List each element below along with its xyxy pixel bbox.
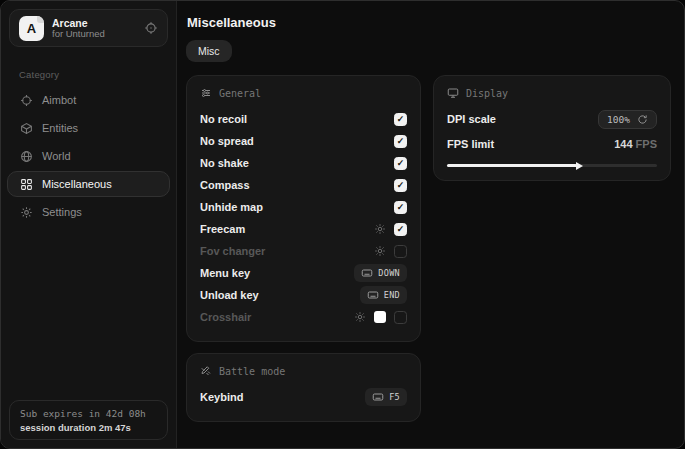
compass-checkbox[interactable]: ✓ xyxy=(394,179,407,192)
no-shake-checkbox[interactable]: ✓ xyxy=(394,157,407,170)
setting-row-compass: Compass ✓ xyxy=(200,174,407,196)
fps-limit-value: 144 FPS xyxy=(614,138,657,150)
battle-mode-panel: Battle mode Keybind F5 xyxy=(186,353,421,422)
display-panel-header: Display xyxy=(447,87,657,99)
keyboard-icon xyxy=(361,267,373,279)
dpi-scale-control[interactable]: 100% xyxy=(598,110,657,129)
sub-expiry-text: Sub expires in 42d 08h xyxy=(20,408,157,419)
fps-slider-thumb[interactable] xyxy=(576,162,583,170)
fov-changer-checkbox[interactable]: ✓ xyxy=(394,245,407,258)
sidebar-item-aimbot[interactable]: Aimbot xyxy=(7,87,170,113)
main-content: Miscellaneous Misc General No recoil xyxy=(177,1,685,448)
dpi-scale-value: 100% xyxy=(607,114,630,125)
sliders-icon xyxy=(200,87,212,99)
sidebar-item-label: Miscellaneous xyxy=(42,178,112,190)
setting-row-unhide-map: Unhide map ✓ xyxy=(200,196,407,218)
swords-icon xyxy=(200,365,212,377)
brand-subtitle: for Unturned xyxy=(52,29,136,40)
tab-misc[interactable]: Misc xyxy=(186,40,232,62)
tab-row: Misc xyxy=(186,40,671,62)
battle-mode-panel-title: Battle mode xyxy=(219,366,285,377)
sidebar-item-world[interactable]: World xyxy=(7,143,170,169)
setting-row-menu-key: Menu key DOWN xyxy=(200,262,407,284)
crosshair-icon xyxy=(20,94,33,107)
keyboard-icon xyxy=(367,289,379,301)
no-spread-checkbox[interactable]: ✓ xyxy=(394,135,407,148)
subscription-info-card: Sub expires in 42d 08h session duration … xyxy=(9,400,168,440)
display-panel-title: Display xyxy=(466,88,508,99)
sidebar: A Arcane for Unturned Category Aimbot xyxy=(1,1,177,448)
grid-icon xyxy=(20,178,33,191)
sidebar-item-label: Settings xyxy=(42,206,82,218)
session-duration-text: session duration 2m 47s xyxy=(20,422,157,433)
display-panel: Display DPI scale 100% xyxy=(433,75,671,181)
sidebar-item-label: Entities xyxy=(42,122,78,134)
fps-limit-slider[interactable] xyxy=(447,164,657,167)
general-panel-title: General xyxy=(219,88,261,99)
menu-key-keybind-button[interactable]: DOWN xyxy=(354,264,407,282)
sidebar-item-miscellaneous[interactable]: Miscellaneous xyxy=(7,171,170,197)
page-title: Miscellaneous xyxy=(187,15,671,30)
freecam-checkbox[interactable]: ✓ xyxy=(394,223,407,236)
cube-icon xyxy=(20,122,33,135)
setting-row-no-recoil: No recoil ✓ xyxy=(200,108,407,130)
crosshair-color-swatch[interactable] xyxy=(374,311,386,323)
setting-row-no-spread: No spread ✓ xyxy=(200,130,407,152)
fps-slider-fill xyxy=(447,164,577,167)
globe-icon xyxy=(20,150,33,163)
setting-row-freecam: Freecam ✓ xyxy=(200,218,407,240)
brand-text: Arcane for Unturned xyxy=(52,17,136,40)
no-recoil-checkbox[interactable]: ✓ xyxy=(394,113,407,126)
sidebar-item-label: Aimbot xyxy=(42,94,76,106)
setting-row-fps-limit: FPS limit 144 FPS xyxy=(447,133,657,155)
category-nav: Aimbot Entities World Miscellaneous xyxy=(1,87,176,225)
setting-row-dpi-scale: DPI scale 100% xyxy=(447,108,657,130)
monitor-icon xyxy=(447,87,459,99)
general-panel: General No recoil ✓ No spread ✓ No shake… xyxy=(186,75,421,342)
brand-logo: A xyxy=(19,16,44,41)
crosshair-checkbox[interactable]: ✓ xyxy=(394,311,407,324)
app-window: A Arcane for Unturned Category Aimbot xyxy=(0,0,685,449)
sidebar-item-settings[interactable]: Settings xyxy=(7,199,170,225)
setting-row-crosshair: Crosshair ✓ xyxy=(200,306,407,328)
setting-row-fov-changer: Fov changer ✓ xyxy=(200,240,407,262)
setting-row-unload-key: Unload key END xyxy=(200,284,407,306)
keyboard-icon xyxy=(372,391,384,403)
unload-key-keybind-button[interactable]: END xyxy=(360,286,407,304)
setting-row-no-shake: No shake ✓ xyxy=(200,152,407,174)
battle-keybind-button[interactable]: F5 xyxy=(365,388,407,406)
crosshair-gear-icon[interactable] xyxy=(354,311,366,323)
unhide-map-checkbox[interactable]: ✓ xyxy=(394,201,407,214)
brand-name: Arcane xyxy=(52,17,136,29)
brand-card[interactable]: A Arcane for Unturned xyxy=(9,9,168,47)
category-label: Category xyxy=(19,69,176,80)
gear-icon xyxy=(20,206,33,219)
general-panel-header: General xyxy=(200,87,407,99)
battle-mode-panel-header: Battle mode xyxy=(200,365,407,377)
freecam-gear-icon[interactable] xyxy=(374,223,386,235)
sidebar-item-label: World xyxy=(42,150,71,162)
setting-row-battle-keybind: Keybind F5 xyxy=(200,386,407,408)
sidebar-item-entities[interactable]: Entities xyxy=(7,115,170,141)
reset-icon[interactable] xyxy=(637,114,648,125)
crosshair-target-icon[interactable] xyxy=(144,21,158,35)
fov-changer-gear-icon[interactable] xyxy=(374,245,386,257)
